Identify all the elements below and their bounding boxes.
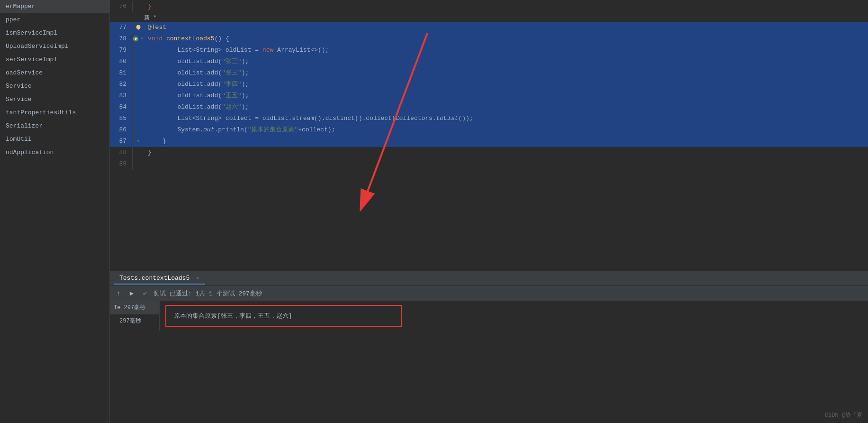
line-content-86: System.out.println("原本的集合原素"+collect); <box>144 124 868 136</box>
code-line-82[interactable]: 82 oldList.add("李四"); <box>110 79 868 90</box>
line-number-88: 88 <box>110 147 133 158</box>
test-toolbar: ↑ ▶ ✔ 测试 已通过: 1共 1 个测试 297毫秒 <box>110 286 868 301</box>
rerun-button[interactable]: ▶ <box>127 289 136 298</box>
test-tree-item-1-sub-label: 297毫秒 <box>119 318 141 324</box>
editor-container: 76 } 新 * 77 <box>110 0 868 271</box>
line-number-82: 82 <box>110 79 133 90</box>
line-number-87: 87 <box>110 136 133 147</box>
line-number-81: 81 <box>110 67 133 79</box>
gutter-85 <box>133 113 144 124</box>
line-pre-content: } <box>144 1 868 12</box>
fold-icon-87[interactable] <box>136 138 141 145</box>
code-line-84[interactable]: 84 oldList.add("赵六"); <box>110 101 868 113</box>
line-content-81: oldList.add("张三"); <box>144 67 868 79</box>
gutter-79 <box>133 45 144 56</box>
gutter-86 <box>133 124 144 136</box>
test-output: 原本的集合原素[张三，李四，王五，赵六] <box>160 301 868 331</box>
line-content-89 <box>144 158 868 170</box>
bottom-tab-label: Tests.contextLoads5 <box>119 275 190 282</box>
gutter-87 <box>133 136 144 147</box>
main-area: erMapper pper ismServiceImpl UploadServi… <box>0 0 868 423</box>
line-content-88: } <box>144 147 868 158</box>
line-number-pre: 76 <box>110 1 133 12</box>
sidebar-item-5[interactable]: serServiceImpl <box>0 53 109 66</box>
sidebar-item-6[interactable]: oadService <box>0 66 109 80</box>
line-content-87: } <box>144 136 868 147</box>
gutter-82 <box>133 79 144 90</box>
gutter-84 <box>133 101 144 113</box>
code-line-89[interactable]: 89 <box>110 158 868 170</box>
gutter-77 <box>133 22 144 33</box>
code-line-87[interactable]: 87 } <box>110 136 868 147</box>
gutter-89 <box>133 158 144 170</box>
gutter-80 <box>133 56 144 67</box>
line-content-77: @Test <box>144 22 868 33</box>
scroll-up-button[interactable]: ↑ <box>114 289 123 298</box>
svg-marker-5 <box>137 140 140 142</box>
test-results: Te 297毫秒 297毫秒 原本的集合原素[张三，李四，王五，赵六] <box>110 301 868 331</box>
code-line-77[interactable]: 77 @Test <box>110 22 868 33</box>
test-status-text: 测试 已通过: 1共 1 个测试 297毫秒 <box>154 289 262 298</box>
svg-point-0 <box>136 25 141 29</box>
test-tree-item-1[interactable]: Te 297毫秒 <box>110 301 159 314</box>
code-line-86[interactable]: 86 System.out.println("原本的集合原素"+collect)… <box>110 124 868 136</box>
sidebar-item-1[interactable]: erMapper <box>0 0 109 13</box>
watermark: CSDN @染「夏 <box>825 411 862 419</box>
line-number-78: 78 <box>110 33 133 45</box>
code-line-85[interactable]: 85 List<String> collect = oldList.stream… <box>110 113 868 124</box>
sidebar-item-9[interactable]: tantPropertiesUtils <box>0 106 109 120</box>
test-tree-item-1-sub[interactable]: 297毫秒 <box>110 314 159 328</box>
line-number-77: 77 <box>110 22 133 33</box>
code-line-79[interactable]: 79 List<String> oldList = new ArrayList<… <box>110 45 868 56</box>
line-number-80: 80 <box>110 56 133 67</box>
code-line-80[interactable]: 80 oldList.add("张三"); <box>110 56 868 67</box>
line-number-79: 79 <box>110 45 133 56</box>
sidebar-item-8[interactable]: Service <box>0 93 109 106</box>
line-content-79: List<String> oldList = new ArrayList<>()… <box>144 45 868 56</box>
tab-close-button[interactable]: ✕ <box>196 276 199 281</box>
test-panel: ↑ ▶ ✔ 测试 已通过: 1共 1 个测试 297毫秒 Te 297毫秒 <box>110 286 868 331</box>
bottom-tabs: Tests.contextLoads5 ✕ <box>110 272 868 286</box>
fold-icon[interactable] <box>140 36 144 42</box>
bulb-icon <box>135 24 142 31</box>
code-line-83[interactable]: 83 oldList.add("王五"); <box>110 90 868 101</box>
sidebar-item-4[interactable]: UploadServiceImpl <box>0 40 109 53</box>
code-area: 76 } 新 * 77 <box>110 0 868 423</box>
line-number-83: 83 <box>110 90 133 101</box>
run-marker-icon[interactable] <box>133 36 139 42</box>
sidebar-item-3[interactable]: ismServiceImpl <box>0 27 109 40</box>
test-status: 测试 已通过: 1共 1 个测试 297毫秒 <box>154 289 262 298</box>
code-lines: 76 } 新 * 77 <box>110 0 868 271</box>
line-content-84: oldList.add("赵六"); <box>144 101 868 113</box>
svg-rect-1 <box>138 29 139 30</box>
line-number-84: 84 <box>110 101 133 113</box>
line-content-85: List<String> collect = oldList.stream().… <box>144 113 868 124</box>
code-line-78[interactable]: 78 void contextLoads5() { <box>110 33 868 45</box>
checkmark-icon: ✔ <box>140 289 150 298</box>
line-number-86: 86 <box>110 124 133 136</box>
sidebar-item-11[interactable]: lomUtil <box>0 133 109 146</box>
line-content-80: oldList.add("张三"); <box>144 56 868 67</box>
bottom-panel: Tests.contextLoads5 ✕ ↑ ▶ ✔ 测试 已通过: 1共 1… <box>110 271 868 423</box>
bottom-tab-tests[interactable]: Tests.contextLoads5 ✕ <box>114 273 205 285</box>
line-content-82: oldList.add("李四"); <box>144 79 868 90</box>
sidebar-item-12[interactable]: ndApplication <box>0 146 109 159</box>
gutter-88 <box>133 147 144 158</box>
test-tree: Te 297毫秒 297毫秒 <box>110 301 160 331</box>
line-content-83: oldList.add("王五"); <box>144 90 868 101</box>
line-content-78: void contextLoads5() { <box>144 33 868 45</box>
sidebar-item-10[interactable]: Serializer <box>0 120 109 133</box>
test-tree-item-1-label: Te 297毫秒 <box>114 304 145 311</box>
gutter-78 <box>133 33 144 45</box>
output-box: 原本的集合原素[张三，李四，王五，赵六] <box>165 305 402 327</box>
watermark-text: CSDN @染「夏 <box>825 412 862 419</box>
line-number-89: 89 <box>110 158 133 170</box>
sidebar-item-7[interactable]: Service <box>0 80 109 93</box>
code-line-81[interactable]: 81 oldList.add("张三"); <box>110 67 868 79</box>
svg-marker-4 <box>141 37 144 40</box>
output-text: 原本的集合原素[张三，李四，王五，赵六] <box>174 313 292 320</box>
line-number-85: 85 <box>110 113 133 124</box>
sidebar: erMapper pper ismServiceImpl UploadServi… <box>0 0 110 423</box>
code-line-88[interactable]: 88 } <box>110 147 868 158</box>
sidebar-item-2[interactable]: pper <box>0 13 109 27</box>
